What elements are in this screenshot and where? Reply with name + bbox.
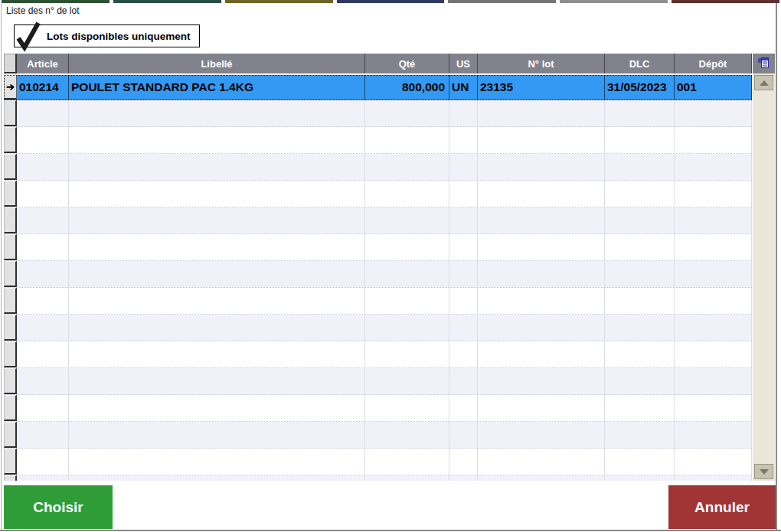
- cell: [478, 181, 605, 207]
- cell-qte[interactable]: 800,000: [365, 75, 449, 100]
- row-selector: [4, 395, 17, 421]
- cell-article[interactable]: 010214: [17, 75, 69, 100]
- cell: [69, 368, 365, 394]
- column-header-us[interactable]: US: [449, 54, 478, 73]
- cell: [17, 395, 69, 421]
- cell: [17, 127, 69, 153]
- cell: [675, 422, 752, 448]
- cell-depot[interactable]: 001: [675, 75, 752, 100]
- column-header-article[interactable]: Article: [17, 54, 69, 73]
- background-window-edge: [225, 0, 333, 3]
- cell: [17, 234, 69, 260]
- cell: [478, 154, 605, 180]
- choisir-button[interactable]: Choisir: [4, 485, 113, 529]
- cell: [605, 261, 675, 287]
- cell: [365, 154, 449, 180]
- background-windows-strip: [2, 0, 779, 3]
- scroll-up-button[interactable]: [754, 75, 773, 90]
- cell: [605, 288, 675, 314]
- cell: [675, 207, 752, 233]
- current-row-arrow-icon: ➔: [6, 81, 15, 93]
- cell: [605, 154, 675, 180]
- cell: [17, 100, 69, 126]
- cell: [605, 395, 675, 421]
- checkmark-icon: [15, 24, 41, 47]
- scroll-down-button[interactable]: [754, 464, 773, 479]
- row-selector: [4, 100, 17, 126]
- cell-us[interactable]: UN: [449, 75, 478, 100]
- dialog-border-left: [1, 3, 2, 530]
- cell: [478, 341, 605, 367]
- triangle-down-icon: [760, 469, 769, 475]
- cell: [478, 395, 605, 421]
- available-lots-checkbox[interactable]: Lots disponibles uniquement: [14, 24, 200, 47]
- table-row-empty: [4, 395, 752, 422]
- row-selector: [4, 449, 17, 475]
- table-header-row: Article Libellé Qté US N° lot DLC Dépôt: [4, 54, 775, 73]
- cell-nlot[interactable]: 23135: [478, 75, 605, 100]
- dialog-title: Liste des n° de lot: [6, 5, 80, 16]
- cell: [365, 449, 449, 475]
- column-header-dlc[interactable]: DLC: [605, 54, 675, 73]
- table-row-empty: [4, 127, 752, 154]
- cell: [449, 154, 478, 180]
- row-selector[interactable]: ➔: [4, 75, 17, 100]
- cell: [17, 341, 69, 367]
- column-header-nlot[interactable]: N° lot: [478, 54, 605, 73]
- cell: [69, 207, 365, 233]
- cell-libelle[interactable]: POULET STANDARD PAC 1.4KG: [69, 75, 365, 100]
- column-header-libelle[interactable]: Libellé: [69, 54, 365, 73]
- cell: [17, 261, 69, 287]
- cell: [365, 127, 449, 153]
- cell: [675, 288, 752, 314]
- annuler-button[interactable]: Annuler: [668, 485, 776, 529]
- column-header-depot[interactable]: Dépôt: [675, 54, 752, 73]
- dialog-border-right: [776, 3, 777, 530]
- vertical-scrollbar[interactable]: [752, 73, 775, 481]
- table-row[interactable]: ➔ 010214 POULET STANDARD PAC 1.4KG 800,0…: [4, 75, 752, 100]
- cell: [365, 368, 449, 394]
- row-selector: [4, 181, 17, 207]
- cell: [69, 234, 365, 260]
- select-all-corner[interactable]: [4, 54, 17, 73]
- cell: [365, 422, 449, 448]
- cell: [365, 261, 449, 287]
- cell: [449, 181, 478, 207]
- cell: [69, 475, 365, 481]
- lots-table: Article Libellé Qté US N° lot DLC Dépôt: [4, 54, 775, 481]
- cell: [605, 368, 675, 394]
- cell: [449, 207, 478, 233]
- column-header-qte[interactable]: Qté: [365, 54, 449, 73]
- cell: [605, 341, 675, 367]
- cell: [605, 234, 675, 260]
- table-row-empty: [4, 315, 752, 341]
- cell: [365, 341, 449, 367]
- table-row-empty: [4, 368, 752, 395]
- available-lots-label: Lots disponibles uniquement: [47, 31, 191, 42]
- cell: [478, 261, 605, 287]
- cell: [17, 475, 69, 481]
- cell: [365, 234, 449, 260]
- cell: [478, 475, 605, 481]
- cell: [478, 127, 605, 153]
- cell: [675, 368, 752, 394]
- cell: [69, 395, 365, 421]
- table-row-empty: [4, 234, 752, 261]
- background-window-edge: [448, 0, 556, 3]
- row-selector: [4, 368, 17, 394]
- cell: [675, 261, 752, 287]
- cell: [605, 207, 675, 233]
- table-row-empty: [4, 100, 752, 127]
- table-row-empty: [4, 341, 752, 368]
- cell: [365, 207, 449, 233]
- cell: [605, 449, 675, 475]
- table-row-empty: [4, 207, 752, 234]
- triangle-up-icon: [760, 80, 769, 86]
- background-window-edge: [2, 0, 109, 3]
- cell: [478, 207, 605, 233]
- column-picker-button[interactable]: [752, 54, 775, 73]
- cell: [365, 315, 449, 341]
- cell: [69, 181, 365, 207]
- cell-dlc[interactable]: 31/05/2023: [605, 75, 675, 100]
- row-selector: [4, 475, 17, 481]
